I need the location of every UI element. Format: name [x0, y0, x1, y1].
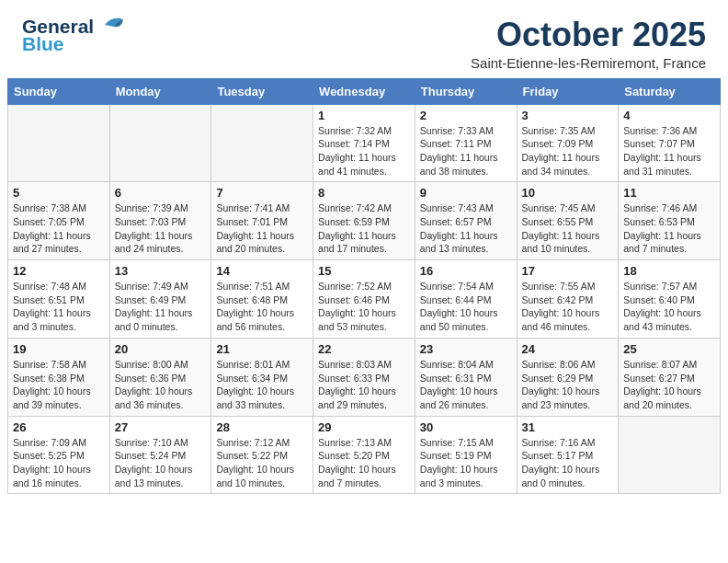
- header-tuesday: Tuesday: [211, 78, 313, 104]
- weekday-header-row: Sunday Monday Tuesday Wednesday Thursday…: [8, 78, 721, 104]
- logo-blue: Blue: [22, 34, 64, 53]
- sunrise-text: Sunrise: 7:38 AM: [13, 202, 86, 213]
- daylight-text: Daylight: 11 hours and 34 minutes.: [522, 152, 600, 177]
- day-info: Sunrise: 7:12 AMSunset: 5:22 PMDaylight:…: [216, 436, 308, 490]
- daylight-text: Daylight: 10 hours and 13 minutes.: [115, 464, 193, 488]
- daylight-text: Daylight: 11 hours and 27 minutes.: [13, 230, 91, 255]
- table-row: [109, 104, 211, 182]
- day-number: 15: [318, 264, 410, 278]
- day-number: 14: [216, 264, 308, 278]
- day-info: Sunrise: 7:33 AMSunset: 7:11 PMDaylight:…: [420, 124, 512, 178]
- day-number: 3: [522, 109, 614, 122]
- day-number: 1: [318, 109, 410, 122]
- day-number: 18: [623, 264, 715, 278]
- sunset-text: Sunset: 6:40 PM: [623, 294, 695, 305]
- day-number: 4: [623, 109, 715, 122]
- daylight-text: Daylight: 10 hours and 50 minutes.: [420, 307, 498, 332]
- table-row: 14Sunrise: 7:51 AMSunset: 6:48 PMDayligh…: [211, 260, 313, 339]
- sunset-text: Sunset: 7:03 PM: [115, 216, 187, 227]
- month-title: October 2025: [471, 17, 706, 53]
- day-info: Sunrise: 7:45 AMSunset: 6:55 PMDaylight:…: [522, 201, 614, 256]
- sunset-text: Sunset: 6:44 PM: [420, 294, 492, 305]
- sunset-text: Sunset: 6:55 PM: [522, 216, 594, 227]
- day-number: 2: [420, 109, 512, 122]
- day-info: Sunrise: 8:00 AMSunset: 6:36 PMDaylight:…: [115, 358, 207, 412]
- daylight-text: Daylight: 10 hours and 36 minutes.: [115, 385, 193, 410]
- day-info: Sunrise: 7:36 AMSunset: 7:07 PMDaylight:…: [623, 124, 715, 178]
- sunset-text: Sunset: 6:42 PM: [522, 294, 594, 305]
- header-monday: Monday: [109, 78, 211, 104]
- day-info: Sunrise: 7:41 AMSunset: 7:01 PMDaylight:…: [216, 201, 308, 256]
- sunset-text: Sunset: 6:59 PM: [318, 216, 390, 227]
- daylight-text: Daylight: 11 hours and 0 minutes.: [115, 307, 193, 332]
- sunrise-text: Sunrise: 7:10 AM: [115, 437, 188, 448]
- day-number: 17: [522, 264, 614, 278]
- sunset-text: Sunset: 6:27 PM: [623, 373, 695, 384]
- sunset-text: Sunset: 6:33 PM: [318, 373, 390, 384]
- day-number: 7: [216, 186, 308, 200]
- day-number: 6: [115, 186, 207, 200]
- sunrise-text: Sunrise: 7:39 AM: [115, 202, 188, 213]
- day-info: Sunrise: 7:38 AMSunset: 7:05 PMDaylight:…: [13, 201, 105, 256]
- sunset-text: Sunset: 6:36 PM: [115, 373, 187, 384]
- day-info: Sunrise: 7:57 AMSunset: 6:40 PMDaylight:…: [623, 280, 715, 334]
- sunset-text: Sunset: 6:57 PM: [420, 216, 492, 227]
- day-info: Sunrise: 7:46 AMSunset: 6:53 PMDaylight:…: [623, 201, 715, 256]
- table-row: 18Sunrise: 7:57 AMSunset: 6:40 PMDayligh…: [619, 260, 721, 339]
- daylight-text: Daylight: 10 hours and 46 minutes.: [522, 307, 600, 332]
- calendar-table: Sunday Monday Tuesday Wednesday Thursday…: [7, 78, 721, 495]
- day-info: Sunrise: 7:54 AMSunset: 6:44 PMDaylight:…: [420, 280, 512, 334]
- day-info: Sunrise: 7:55 AMSunset: 6:42 PMDaylight:…: [522, 280, 614, 334]
- table-row: 26Sunrise: 7:09 AMSunset: 5:25 PMDayligh…: [8, 416, 110, 494]
- day-info: Sunrise: 7:58 AMSunset: 6:38 PMDaylight:…: [13, 358, 105, 412]
- daylight-text: Daylight: 11 hours and 31 minutes.: [623, 152, 701, 177]
- sunrise-text: Sunrise: 8:01 AM: [216, 359, 290, 370]
- daylight-text: Daylight: 10 hours and 56 minutes.: [216, 307, 294, 332]
- daylight-text: Daylight: 11 hours and 10 minutes.: [522, 230, 600, 255]
- day-info: Sunrise: 7:15 AMSunset: 5:19 PMDaylight:…: [420, 436, 512, 490]
- table-row: 16Sunrise: 7:54 AMSunset: 6:44 PMDayligh…: [415, 260, 517, 339]
- page-header: General Blue October 2025 Saint-Etienne-…: [0, 0, 728, 78]
- day-number: 8: [318, 186, 410, 200]
- daylight-text: Daylight: 10 hours and 3 minutes.: [420, 464, 498, 488]
- sunrise-text: Sunrise: 7:41 AM: [216, 202, 290, 213]
- sunset-text: Sunset: 5:25 PM: [13, 450, 85, 461]
- day-number: 23: [420, 342, 512, 356]
- logo-bird-icon: [96, 16, 125, 34]
- day-info: Sunrise: 7:35 AMSunset: 7:09 PMDaylight:…: [522, 124, 614, 178]
- sunrise-text: Sunrise: 7:09 AM: [13, 437, 86, 448]
- table-row: 20Sunrise: 8:00 AMSunset: 6:36 PMDayligh…: [109, 338, 211, 416]
- sunrise-text: Sunrise: 7:42 AM: [318, 202, 392, 213]
- day-info: Sunrise: 7:32 AMSunset: 7:14 PMDaylight:…: [318, 124, 410, 178]
- sunset-text: Sunset: 7:07 PM: [623, 138, 695, 149]
- sunset-text: Sunset: 6:46 PM: [318, 294, 390, 305]
- table-row: 11Sunrise: 7:46 AMSunset: 6:53 PMDayligh…: [619, 182, 721, 260]
- day-number: 31: [522, 420, 614, 434]
- day-info: Sunrise: 8:06 AMSunset: 6:29 PMDaylight:…: [522, 358, 614, 412]
- daylight-text: Daylight: 10 hours and 43 minutes.: [623, 307, 701, 332]
- sunrise-text: Sunrise: 7:48 AM: [13, 281, 86, 292]
- sunset-text: Sunset: 5:17 PM: [522, 450, 594, 461]
- table-row: 1Sunrise: 7:32 AMSunset: 7:14 PMDaylight…: [313, 104, 415, 182]
- sunset-text: Sunset: 6:31 PM: [420, 373, 492, 384]
- table-row: [8, 104, 110, 182]
- sunset-text: Sunset: 5:24 PM: [115, 450, 187, 461]
- calendar-week-row: 19Sunrise: 7:58 AMSunset: 6:38 PMDayligh…: [8, 338, 721, 416]
- table-row: 17Sunrise: 7:55 AMSunset: 6:42 PMDayligh…: [517, 260, 619, 339]
- header-thursday: Thursday: [415, 78, 517, 104]
- table-row: 29Sunrise: 7:13 AMSunset: 5:20 PMDayligh…: [313, 416, 415, 494]
- day-info: Sunrise: 7:43 AMSunset: 6:57 PMDaylight:…: [420, 201, 512, 256]
- header-sunday: Sunday: [8, 78, 110, 104]
- day-info: Sunrise: 7:52 AMSunset: 6:46 PMDaylight:…: [318, 280, 410, 334]
- header-saturday: Saturday: [619, 78, 721, 104]
- daylight-text: Daylight: 10 hours and 23 minutes.: [522, 385, 600, 410]
- day-number: 21: [216, 342, 308, 356]
- sunrise-text: Sunrise: 8:00 AM: [115, 359, 188, 370]
- day-number: 29: [318, 420, 410, 434]
- table-row: 21Sunrise: 8:01 AMSunset: 6:34 PMDayligh…: [211, 338, 313, 416]
- table-row: 3Sunrise: 7:35 AMSunset: 7:09 PMDaylight…: [517, 104, 619, 182]
- day-number: 12: [13, 264, 105, 278]
- table-row: 5Sunrise: 7:38 AMSunset: 7:05 PMDaylight…: [8, 182, 110, 260]
- sunrise-text: Sunrise: 8:03 AM: [318, 359, 392, 370]
- day-info: Sunrise: 7:16 AMSunset: 5:17 PMDaylight:…: [522, 436, 614, 490]
